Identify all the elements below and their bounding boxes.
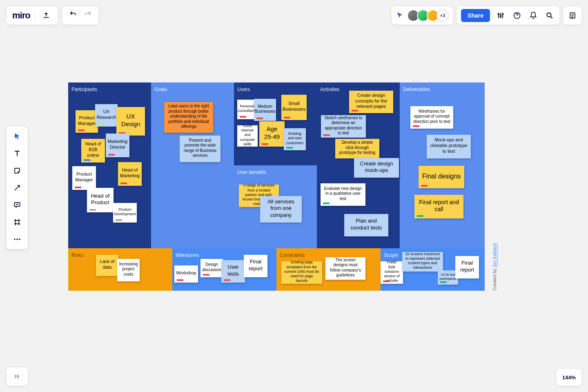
region-label: Deliverables: [403, 87, 430, 92]
sticky-note[interactable]: Create design mock-ups: [354, 158, 399, 178]
logo-panel: miro: [7, 7, 58, 24]
more-tools[interactable]: [10, 234, 24, 245]
credit-text: Created by Jim Kalbach: [492, 243, 497, 291]
sticky-note[interactable]: Design discussion: [200, 259, 223, 277]
help-icon[interactable]: [511, 10, 523, 21]
sticky-note[interactable]: Final report: [455, 256, 479, 278]
region-label: Users: [237, 87, 250, 92]
svg-point-8: [16, 238, 18, 240]
region-label: Scope: [384, 252, 398, 258]
share-button[interactable]: Share: [461, 9, 490, 22]
sticky-note[interactable]: User tests: [221, 260, 245, 283]
svg-point-9: [19, 238, 20, 240]
text-tool[interactable]: [10, 148, 24, 159]
undo-icon[interactable]: [67, 10, 79, 21]
bell-icon[interactable]: [528, 10, 539, 21]
sticky-note[interactable]: Product Development: [113, 203, 137, 223]
frame-tool[interactable]: [10, 216, 24, 228]
sticky-note[interactable]: Develop a simple click-through prototype…: [335, 139, 379, 158]
sticky-note[interactable]: Final designs: [419, 166, 464, 188]
cursor-icon[interactable]: [396, 11, 404, 20]
sticky-note[interactable]: Create design concepts for the relevant …: [349, 91, 393, 113]
sticky-note[interactable]: Existing and new customers: [284, 128, 306, 150]
redo-icon[interactable]: [82, 10, 94, 21]
svg-point-1: [500, 16, 501, 17]
sticky-note[interactable]: Evaluate new design in a qualitative use…: [321, 183, 365, 206]
sticky-note[interactable]: UX Design: [116, 107, 145, 136]
sticky-note[interactable]: Head of B2B online: [81, 139, 105, 163]
sticky-note[interactable]: Lead users to the right product through …: [164, 102, 213, 133]
sticky-note[interactable]: Head of Product: [87, 188, 114, 212]
sticky-note[interactable]: Increasing project costs: [117, 259, 140, 281]
sticky-note[interactable]: Final report and call: [414, 195, 463, 218]
region-label: Goals: [154, 87, 167, 92]
toolbar: [7, 127, 28, 249]
sticky-note[interactable]: Wireframes for approval of concept direc…: [410, 106, 453, 129]
sticky-note[interactable]: Good internet and computer skills: [237, 125, 258, 147]
sticky-note[interactable]: UX Research: [95, 104, 118, 127]
avatar-overflow[interactable]: +3: [437, 9, 449, 22]
sticky-note[interactable]: Final report: [244, 255, 267, 277]
dock-expand[interactable]: [7, 368, 28, 385]
sticky-note[interactable]: Product Manager: [72, 166, 96, 190]
select-tool[interactable]: [10, 131, 24, 142]
region-label: Activities: [320, 87, 339, 92]
miro-logo[interactable]: miro: [12, 10, 30, 21]
sticky-note[interactable]: 15 screens maximum to represent selected…: [402, 252, 443, 272]
sticky-note[interactable]: Existing page templates from the current…: [281, 261, 322, 284]
settings-icon[interactable]: [495, 10, 506, 21]
search-icon[interactable]: [544, 10, 555, 21]
zoom-level[interactable]: 144%: [557, 369, 581, 385]
region-label: User benefits: [237, 169, 266, 175]
divider: [35, 11, 36, 20]
sticky-note[interactable]: Mock-ups and clickable prototype to test: [427, 135, 471, 158]
canvas-board[interactable]: Participants Goals Users User benefits A…: [68, 82, 485, 291]
share-panel: Share: [457, 7, 559, 24]
arrow-tool[interactable]: [10, 182, 24, 194]
notes-button[interactable]: [564, 7, 581, 24]
sticky-note[interactable]: Plan and conduct tests: [344, 214, 388, 236]
region-label: Milestones: [176, 252, 199, 258]
sticky-note[interactable]: Head of Marketing: [118, 162, 142, 186]
export-icon[interactable]: [40, 10, 52, 21]
credit-link[interactable]: Jim Kalbach: [492, 243, 497, 267]
sticky-note[interactable]: Present and promote the wide range of Bu…: [180, 136, 220, 162]
sticky-note[interactable]: The screen designs must follow company's…: [325, 257, 365, 280]
svg-point-4: [547, 13, 551, 17]
comment-tool[interactable]: [10, 199, 24, 211]
sticky-note[interactable]: Product Manager: [76, 110, 98, 133]
sticky-note[interactable]: Medium Businesses: [254, 99, 276, 121]
region-label: Participants: [71, 87, 97, 92]
sticky-note[interactable]: Lack of data: [96, 255, 118, 276]
sticky-note[interactable]: Marketing Director: [106, 134, 129, 157]
sticky-note[interactable]: Workshop: [174, 265, 198, 283]
avatar-stack[interactable]: +3: [407, 9, 449, 22]
sticky-note[interactable]: Public B2B solutions section of website: [381, 261, 403, 284]
sticky-note[interactable]: Age 25-49: [259, 121, 285, 147]
sticky-tool[interactable]: [10, 165, 24, 176]
region-label: Constraints: [280, 252, 305, 258]
sticky-note[interactable]: All services from one company: [260, 196, 302, 223]
sticky-note[interactable]: Sketch wireframes to determine an approp…: [321, 115, 366, 138]
region-label: Risks: [71, 252, 83, 258]
collaborators-panel: +3: [392, 7, 453, 24]
svg-point-0: [498, 13, 499, 15]
svg-point-2: [502, 13, 503, 15]
history-panel: [62, 7, 98, 24]
sticky-note[interactable]: Small Businesses: [281, 95, 307, 120]
svg-point-7: [14, 238, 16, 240]
